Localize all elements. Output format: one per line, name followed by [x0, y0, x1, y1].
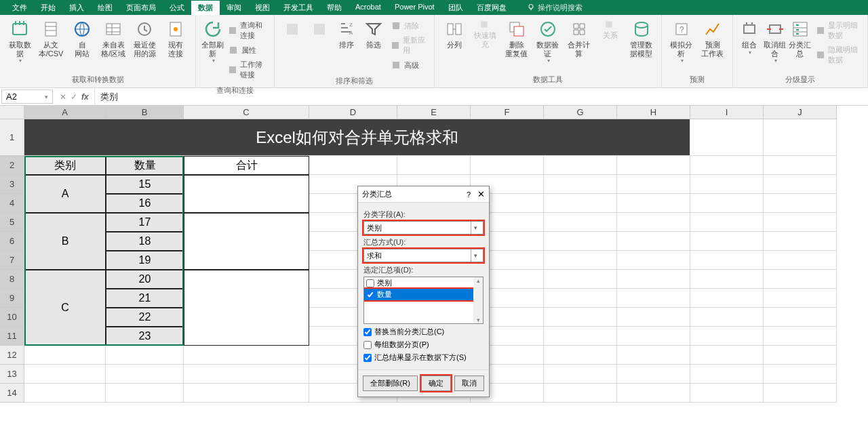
help-icon[interactable]: ? [467, 190, 471, 199]
workbook-links-button[interactable]: 工作簿链接 [225, 58, 269, 81]
cell[interactable] [24, 346, 106, 365]
data-model-button[interactable]: 管理数据模型 [626, 18, 657, 59]
cell[interactable] [690, 365, 764, 384]
from-csv-button[interactable]: 从文本/CSV [35, 18, 66, 59]
menu-绘图[interactable]: 绘图 [91, 1, 119, 15]
col-A[interactable]: A [24, 106, 106, 119]
cell[interactable] [106, 346, 184, 365]
recent-button[interactable]: 最近使用的源 [129, 18, 160, 59]
cell[interactable] [617, 327, 690, 346]
menu-文件[interactable]: 文件 [5, 1, 34, 15]
cell[interactable] [184, 384, 309, 403]
properties-button[interactable]: 属性 [225, 43, 269, 57]
cancel-button[interactable]: 取消 [454, 376, 484, 391]
cell[interactable] [106, 365, 184, 384]
cell[interactable]: 19 [106, 251, 184, 270]
menu-审阅[interactable]: 审阅 [220, 1, 248, 15]
opt-pagebreak[interactable]: 每组数据分页(P) [363, 340, 484, 350]
cell[interactable] [764, 213, 837, 232]
menu-插入[interactable]: 插入 [62, 1, 91, 15]
cell[interactable] [690, 175, 764, 194]
cell[interactable] [544, 213, 617, 232]
cell[interactable] [184, 365, 309, 384]
cell[interactable] [764, 365, 837, 384]
tell-me-search[interactable]: 操作说明搜索 [527, 3, 583, 13]
cell[interactable] [764, 156, 837, 175]
cell[interactable] [24, 365, 106, 384]
cell[interactable] [764, 232, 837, 251]
cell[interactable] [764, 194, 837, 213]
cell[interactable] [764, 308, 837, 327]
sort-za-button[interactable] [306, 18, 333, 42]
menu-开发工具[interactable]: 开发工具 [277, 1, 320, 15]
menu-Power Pivot[interactable]: Power Pivot [388, 1, 441, 15]
row-7[interactable]: 7 [0, 251, 24, 270]
row-8[interactable]: 8 [0, 270, 24, 289]
cell[interactable] [24, 384, 106, 403]
menu-公式[interactable]: 公式 [163, 1, 191, 15]
cell[interactable]: 16 [106, 194, 184, 213]
cell[interactable] [764, 251, 837, 270]
sum-cell[interactable] [184, 270, 309, 346]
sort-az-button[interactable] [279, 18, 306, 42]
cell[interactable] [617, 232, 690, 251]
cell[interactable]: 类别 [24, 156, 106, 175]
row-10[interactable]: 10 [0, 308, 24, 327]
cell[interactable] [544, 232, 617, 251]
col-G[interactable]: G [544, 106, 617, 119]
select-all-corner[interactable] [0, 106, 24, 119]
items-list[interactable]: 类别数量 ▴▾ [363, 277, 484, 324]
row-6[interactable]: 6 [0, 232, 24, 251]
cell[interactable] [544, 156, 617, 175]
cat-cell[interactable]: B [24, 213, 106, 270]
row-3[interactable]: 3 [0, 175, 24, 194]
cell[interactable] [617, 308, 690, 327]
remove-all-button[interactable]: 全部删除(R) [363, 376, 418, 391]
col-H[interactable]: H [617, 106, 690, 119]
cell[interactable] [690, 232, 764, 251]
cell[interactable] [764, 270, 837, 289]
cell[interactable]: 23 [106, 327, 184, 346]
cell[interactable] [617, 365, 690, 384]
menu-团队[interactable]: 团队 [441, 1, 470, 15]
cell[interactable] [397, 156, 471, 175]
menu-数据[interactable]: 数据 [191, 1, 220, 15]
cell[interactable] [764, 175, 837, 194]
menu-开始[interactable]: 开始 [34, 1, 62, 15]
cell[interactable] [617, 194, 690, 213]
from-web-button[interactable]: 自网站 [66, 18, 98, 59]
refresh-all-button[interactable]: 全部刷新 [200, 18, 225, 65]
row-14[interactable]: 14 [0, 384, 24, 403]
col-B[interactable]: B [106, 106, 184, 119]
col-D[interactable]: D [309, 106, 397, 119]
row-12[interactable]: 12 [0, 346, 24, 365]
cell[interactable] [690, 327, 764, 346]
method-select[interactable]: 求和▾ [363, 249, 484, 262]
cell[interactable]: 20 [106, 270, 184, 289]
relationships-button[interactable]: 关系 [595, 18, 626, 41]
remove-dup-button[interactable]: 删除重复值 [501, 18, 532, 59]
cell[interactable]: 22 [106, 308, 184, 327]
col-E[interactable]: E [397, 106, 471, 119]
cell[interactable] [617, 251, 690, 270]
cell[interactable] [764, 346, 837, 365]
cell[interactable] [764, 119, 837, 156]
cat-cell[interactable]: C [24, 270, 106, 346]
cell[interactable] [764, 384, 837, 403]
cell[interactable] [690, 156, 764, 175]
cell[interactable] [544, 270, 617, 289]
cell[interactable] [106, 384, 184, 403]
flash-fill-button[interactable]: 快速填充 [470, 18, 501, 49]
col-J[interactable]: J [764, 106, 837, 119]
col-C[interactable]: C [184, 106, 309, 119]
queries-button[interactable]: 查询和连接 [225, 19, 269, 42]
row-4[interactable]: 4 [0, 194, 24, 213]
cell[interactable] [617, 289, 690, 308]
cell[interactable] [764, 289, 837, 308]
cell[interactable] [544, 308, 617, 327]
row-9[interactable]: 9 [0, 289, 24, 308]
row-2[interactable]: 2 [0, 156, 24, 175]
cell[interactable] [617, 270, 690, 289]
cell[interactable] [690, 194, 764, 213]
what-if-button[interactable]: ?模拟分析 [666, 18, 697, 65]
